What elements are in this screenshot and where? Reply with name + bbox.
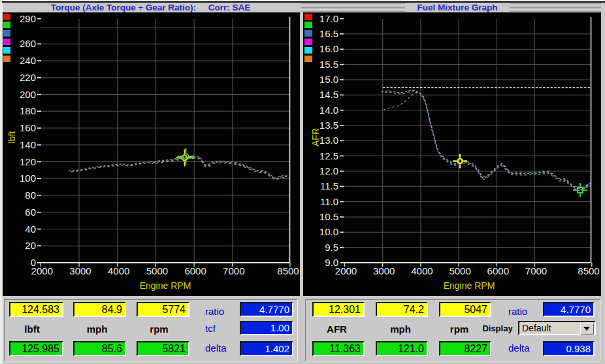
svg-text:6000: 6000 bbox=[487, 265, 509, 276]
svg-text:80: 80 bbox=[25, 190, 36, 201]
svg-text:12.5: 12.5 bbox=[319, 150, 338, 161]
svg-text:14.0: 14.0 bbox=[319, 105, 338, 116]
svg-text:11.0: 11.0 bbox=[320, 196, 338, 207]
svg-text:7000: 7000 bbox=[223, 265, 244, 276]
svg-text:4000: 4000 bbox=[411, 265, 433, 276]
svg-text:120: 120 bbox=[20, 156, 36, 167]
svg-text:16.5: 16.5 bbox=[319, 28, 338, 39]
svg-text:6000: 6000 bbox=[184, 265, 206, 276]
svg-text:4000: 4000 bbox=[108, 265, 129, 276]
svg-text:9.5: 9.5 bbox=[325, 242, 338, 253]
svg-text:2000: 2000 bbox=[335, 265, 357, 276]
svg-text:180: 180 bbox=[20, 105, 36, 116]
svg-text:160: 160 bbox=[20, 122, 36, 133]
svg-text:8500: 8500 bbox=[578, 265, 599, 276]
svg-text:100: 100 bbox=[20, 173, 36, 184]
svg-text:lbft: lbft bbox=[7, 131, 17, 144]
svg-text:240: 240 bbox=[20, 55, 36, 66]
svg-text:40: 40 bbox=[25, 223, 36, 235]
svg-text:Engine RPM: Engine RPM bbox=[140, 280, 191, 291]
svg-text:220: 220 bbox=[20, 72, 36, 83]
svg-text:290: 290 bbox=[20, 13, 36, 24]
svg-text:AFR: AFR bbox=[310, 128, 321, 146]
svg-text:10.0: 10.0 bbox=[319, 226, 338, 237]
svg-text:10.5: 10.5 bbox=[319, 211, 338, 222]
svg-text:5000: 5000 bbox=[146, 265, 168, 276]
svg-text:20: 20 bbox=[25, 240, 36, 251]
svg-text:13.0: 13.0 bbox=[319, 135, 338, 146]
svg-text:3000: 3000 bbox=[69, 265, 91, 276]
svg-text:13.5: 13.5 bbox=[319, 120, 338, 131]
svg-text:12.0: 12.0 bbox=[319, 165, 338, 176]
svg-text:15.0: 15.0 bbox=[319, 74, 338, 85]
svg-text:140: 140 bbox=[20, 139, 36, 150]
svg-text:11.5: 11.5 bbox=[320, 180, 338, 191]
svg-text:5000: 5000 bbox=[449, 265, 470, 276]
svg-text:8500: 8500 bbox=[277, 265, 299, 276]
svg-text:7000: 7000 bbox=[525, 265, 547, 276]
svg-text:3000: 3000 bbox=[373, 265, 395, 276]
svg-text:14.5: 14.5 bbox=[319, 89, 338, 100]
svg-text:16.0: 16.0 bbox=[319, 43, 338, 54]
svg-text:2000: 2000 bbox=[31, 265, 53, 276]
svg-text:17.0: 17.0 bbox=[319, 13, 338, 24]
svg-text:Engine RPM: Engine RPM bbox=[444, 280, 495, 291]
svg-text:200: 200 bbox=[20, 89, 36, 100]
svg-text:260: 260 bbox=[20, 38, 36, 49]
svg-text:60: 60 bbox=[25, 207, 36, 218]
svg-text:15.5: 15.5 bbox=[319, 59, 338, 70]
